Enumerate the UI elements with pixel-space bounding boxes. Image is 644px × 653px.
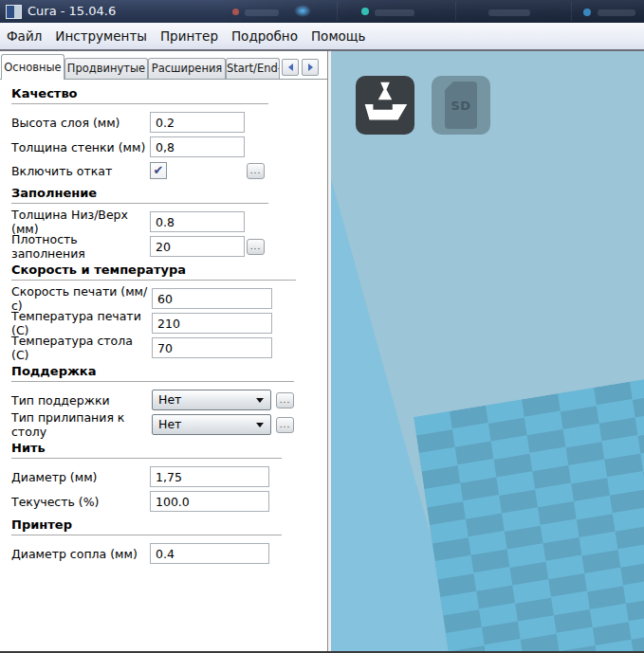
tab-scroll-left-button[interactable]: [282, 59, 299, 76]
setting-row: Текучесть (%): [11, 489, 282, 514]
layer-height-input[interactable]: [150, 112, 245, 133]
fill-density-input[interactable]: [150, 236, 245, 257]
section-title: Поддержка: [11, 364, 294, 382]
setting-label: Тип прилипания к столу: [11, 410, 152, 439]
support-more-button[interactable]: ...: [276, 392, 294, 408]
section-title: Принтер: [11, 517, 282, 535]
nozzle-size-input[interactable]: [150, 543, 269, 564]
load-model-icon: [356, 76, 414, 135]
menu-tools[interactable]: Инструменты: [48, 23, 154, 49]
title-bar: Cura - 15.04.6: [0, 0, 644, 23]
setting-label: Тип поддержки: [11, 393, 152, 408]
filament-diameter-input[interactable]: [150, 466, 269, 487]
setting-row: Скорость печати (мм/с): [11, 286, 296, 311]
tab-plugins[interactable]: Расширения: [148, 58, 226, 79]
menu-file[interactable]: Файл: [0, 23, 48, 49]
setting-row: Диаметр (мм): [11, 464, 282, 489]
section-quality: Качество Высота слоя (мм) Толщина стенки…: [11, 86, 268, 182]
load-model-button[interactable]: [356, 76, 414, 135]
taskbar-separator: [455, 2, 456, 21]
settings-panel: Основные Продвинутые Расширения Start/En…: [0, 51, 328, 651]
tab-scroll-right-button[interactable]: [302, 59, 319, 76]
setting-label: Включить откат: [11, 164, 150, 178]
dropdown-arrow-icon: [256, 398, 264, 403]
setting-row: Тип поддержки Нет ...: [11, 388, 294, 412]
settings-content: Качество Высота слоя (мм) Толщина стенки…: [0, 79, 327, 651]
tab-basic[interactable]: Основные: [1, 54, 64, 80]
sd-card-label: SD: [451, 99, 470, 113]
section-title: Качество: [11, 86, 268, 104]
menu-help[interactable]: Помощь: [304, 23, 373, 49]
platform-adhesion-select[interactable]: Нет: [152, 414, 271, 435]
setting-label: Диаметр (мм): [11, 470, 150, 484]
print-speed-input[interactable]: [152, 288, 272, 309]
section-machine: Принтер Диаметр сопла (мм): [11, 517, 282, 566]
check-icon: ✔: [154, 163, 164, 177]
setting-label: Диаметр сопла (мм): [11, 547, 150, 561]
taskbar-dot-red: [232, 9, 239, 15]
fill-density-more-button[interactable]: ...: [247, 239, 265, 255]
taskbar-separator: [337, 2, 338, 21]
setting-label: Температура стола (C): [11, 334, 152, 362]
tab-advanced[interactable]: Продвинутые: [64, 58, 148, 79]
viewport-3d[interactable]: SD: [331, 51, 644, 651]
setting-label: Высота слоя (мм): [11, 116, 150, 130]
menu-bar: Файл Инструменты Принтер Подробно Помощь: [0, 23, 644, 51]
taskbar-dot-blue: [583, 9, 591, 16]
section-filament: Нить Диаметр (мм) Текучесть (%): [11, 441, 282, 514]
retraction-more-button[interactable]: ...: [247, 163, 265, 179]
section-fill: Заполнение Толщина Низ/Верх (мм) Плотнос…: [11, 186, 268, 259]
menu-printer[interactable]: Принтер: [154, 23, 225, 49]
print-temperature-input[interactable]: [152, 313, 272, 334]
adhesion-more-button[interactable]: ...: [276, 417, 294, 433]
selected-option: Нет: [158, 392, 181, 407]
setting-row: Толщина Низ/Верх (мм): [11, 209, 268, 234]
menu-expert[interactable]: Подробно: [225, 23, 304, 49]
build-plate-checkerboard: [414, 350, 644, 651]
setting-row: Толщина стенки (мм): [11, 135, 268, 159]
dropdown-arrow-icon: [256, 423, 264, 427]
taskbar-dot-teal: [361, 8, 369, 15]
app-icon: [6, 5, 22, 19]
taskbar-blur: [375, 9, 414, 16]
setting-label: Текучесть (%): [11, 495, 150, 509]
taskbar-glow: [294, 5, 311, 17]
setting-row: Высота слоя (мм): [11, 110, 268, 135]
taskbar-blur: [488, 9, 530, 16]
setting-row: Включить откат ✔ ...: [11, 159, 268, 182]
sd-card-icon: SD: [445, 82, 477, 129]
section-title: Заполнение: [11, 186, 268, 204]
section-title: Скорость и температура: [11, 263, 296, 281]
setting-row: Диаметр сопла (мм): [11, 541, 282, 566]
section-support: Поддержка Тип поддержки Нет ... Тип прил…: [11, 364, 294, 437]
support-type-select[interactable]: Нет: [152, 390, 271, 410]
filament-flow-input[interactable]: [150, 491, 269, 512]
section-speed-temperature: Скорость и температура Скорость печати (…: [11, 263, 296, 360]
setting-row: Температура печати (C): [11, 311, 296, 336]
taskbar-separator: [571, 2, 572, 21]
wall-thickness-input[interactable]: [150, 136, 245, 157]
tab-start-end-gcode[interactable]: Start/End-: [226, 58, 280, 79]
chevron-left-icon: [288, 63, 293, 71]
bottom-top-thickness-input[interactable]: [150, 211, 245, 232]
retraction-checkbox[interactable]: ✔: [150, 162, 167, 179]
setting-row: Плотность заполнения ...: [11, 234, 268, 259]
chevron-right-icon: [308, 63, 313, 71]
tab-bar: Основные Продвинутые Расширения Start/En…: [1, 54, 327, 80]
cura-window: Cura - 15.04.6 Файл Инструменты Принтер …: [0, 0, 644, 653]
section-title: Нить: [11, 441, 282, 459]
setting-label: Толщина стенки (мм): [11, 140, 150, 154]
selected-option: Нет: [158, 417, 181, 431]
save-to-sd-button[interactable]: SD: [432, 76, 490, 135]
taskbar-blur: [598, 9, 635, 16]
taskbar-blur: [245, 9, 279, 16]
setting-row: Температура стола (C): [11, 336, 296, 360]
bed-temperature-input[interactable]: [152, 337, 272, 358]
setting-row: Тип прилипания к столу Нет ...: [11, 412, 294, 437]
setting-label: Плотность заполнения: [11, 232, 150, 261]
window-title: Cura - 15.04.6: [28, 0, 116, 23]
